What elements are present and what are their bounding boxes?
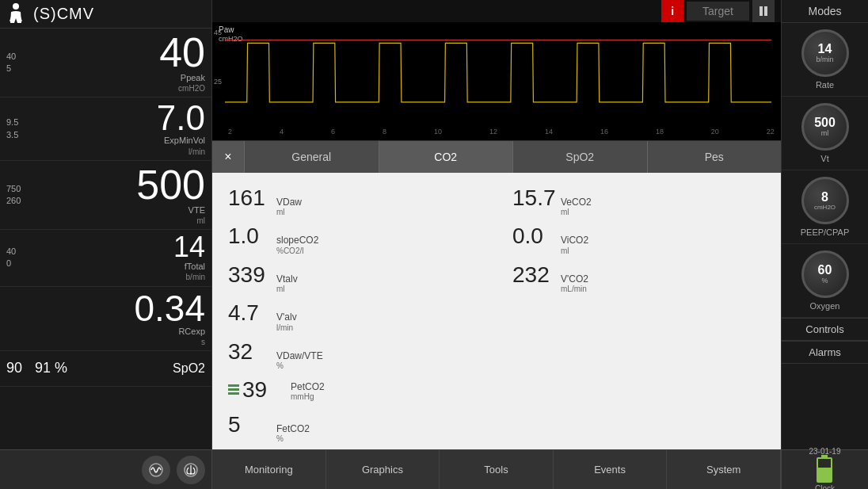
battery-fill [818, 468, 831, 481]
fetco2-label: FetCO2 % [276, 423, 310, 444]
modal-close-button[interactable]: × [212, 141, 244, 173]
vco2-value: 232 [512, 262, 556, 288]
warning-line-3 [228, 392, 239, 395]
controls-header: Controls [782, 318, 868, 341]
vdawvte-label: VDaw/VTE % [276, 350, 323, 371]
peep-value: 8 [821, 191, 828, 204]
ppeak-value-container: 40 Ppeak cmH2O [34, 32, 205, 94]
petco2-value: 39 [242, 377, 286, 403]
petco2-item: 39 PetCO2 mmHg [228, 377, 481, 406]
peep-unit: cmH2O [814, 204, 836, 211]
ftotal-limits: 40 0 [6, 233, 34, 282]
vdawvte-value: 32 [228, 339, 272, 365]
chart-y-mid: 25 [214, 78, 222, 86]
peep-label: PEEP/CPAP [801, 227, 850, 237]
vte-limits: 750 260 [6, 164, 34, 226]
waveform-icon-button[interactable] [142, 456, 170, 484]
rcexp-value: 0.34 [134, 290, 205, 327]
bottom-left-icons [0, 450, 212, 489]
vte-value-container: 500 VTE ml [34, 164, 205, 226]
vte-label: VTE ml [188, 205, 205, 226]
spo2-label: SpO2 [173, 361, 205, 376]
vco2-label: V'CO2 mL/min [561, 273, 588, 294]
tab-monitoring[interactable]: Monitoring [212, 450, 326, 489]
chart-header: i Target [212, 0, 781, 22]
chart-x-axis: 2 4 6 8 10 12 14 16 18 20 22 [228, 128, 775, 136]
vte-row: 750 260 500 VTE ml [0, 161, 211, 230]
modal-content: 161 VDaw ml 15.7 VeCO2 ml [212, 173, 781, 449]
slopeco2-value: 1.0 [228, 223, 272, 249]
oxygen-label: Oxygen [810, 301, 840, 311]
oxygen-knob[interactable]: 60 % [801, 250, 849, 298]
svg-point-0 [13, 3, 19, 10]
valv-label: V'alv l/min [276, 311, 297, 332]
bottom-right-info: 23-01-19 Clock [781, 450, 868, 489]
rcexp-label: RCexp s [178, 327, 205, 347]
tab-system[interactable]: System [667, 450, 781, 489]
chart-y-max: 45 [214, 29, 222, 36]
rcexp-value-container: 0.34 RCexp s [34, 290, 205, 347]
empty-cell [512, 300, 765, 332]
vico2-label: ViCO2 ml [561, 235, 588, 255]
bottom-bar: Monitoring Graphics Tools Events System … [0, 449, 868, 489]
lung-icon-button[interactable] [177, 456, 205, 484]
oxygen-value: 60 [818, 264, 832, 277]
modal-tab-pes[interactable]: Pes [647, 141, 782, 173]
vte-value: 500 [136, 164, 205, 205]
spo2-row: 90 91 % SpO2 [0, 351, 211, 387]
info-button[interactable]: i [661, 0, 683, 22]
veco2-item: 15.7 VeCO2 ml [512, 185, 765, 217]
chart-waveform [225, 22, 771, 113]
modal-dialog: × General CO2 SpO2 Pes 161 VDaw ml [212, 141, 781, 449]
vt-knob[interactable]: 500 ml [801, 103, 849, 151]
modal-tab-general[interactable]: General [244, 141, 379, 173]
vtalv-label: Vtalv ml [276, 273, 298, 294]
warning-lines [228, 384, 239, 395]
vdaw-item: 161 VDaw ml [228, 185, 481, 217]
alarms-header: Alarms [782, 341, 868, 364]
fetco2-value: 5 [228, 412, 272, 437]
tab-events[interactable]: Events [554, 450, 668, 489]
battery-top [821, 455, 828, 457]
empty-cell-3 [512, 377, 765, 406]
veco2-label: VeCO2 ml [561, 197, 592, 217]
vico2-item: 0.0 ViCO2 ml [512, 223, 765, 255]
vt-knob-container[interactable]: 500 ml Vt [782, 97, 868, 170]
spo2-val1: 90 [6, 360, 22, 376]
ppeak-limits: 40 5 [6, 32, 34, 94]
modal-tab-spo2[interactable]: SpO2 [512, 141, 647, 173]
oxygen-knob-container[interactable]: 60 % Oxygen [782, 244, 868, 318]
tab-tools[interactable]: Tools [440, 450, 554, 489]
target-button[interactable]: Target [687, 2, 749, 21]
slopeco2-label: slopeCO2 %CO2/l [276, 235, 318, 255]
rate-value: 14 [818, 43, 832, 55]
vt-label: Vt [820, 154, 828, 163]
modal-tabs: × General CO2 SpO2 Pes [212, 141, 781, 173]
modes-header: Modes [782, 0, 868, 23]
peep-knob[interactable]: 8 cmH2O [801, 177, 849, 224]
chart-area: Paw cmH2O 45 25 2 4 6 8 10 12 14 16 [212, 22, 781, 141]
peep-knob-container[interactable]: 8 cmH2O PEEP/CPAP [782, 170, 868, 244]
rate-knob-container[interactable]: 14 b/min Rate [782, 23, 868, 97]
right-panel: Modes 14 b/min Rate 500 ml Vt [781, 0, 868, 449]
spo2-val2: 91 % [35, 360, 67, 376]
vdawvte-item: 32 VDaw/VTE % [228, 339, 481, 371]
pause-button[interactable] [752, 0, 775, 22]
co2-data-grid: 161 VDaw ml 15.7 VeCO2 ml [228, 185, 765, 444]
modal-tab-co2[interactable]: CO2 [379, 141, 513, 173]
pause-icon [758, 6, 769, 17]
expminvol-limits: 9.5 3.5 [6, 101, 34, 156]
ftotal-value: 14 [173, 233, 205, 262]
ppeak-value: 40 [159, 32, 205, 73]
oxygen-unit: % [821, 277, 828, 285]
expminvol-value: 7.0 [157, 101, 205, 136]
ftotal-row: 40 0 14 fTotal b/min [0, 230, 211, 286]
rcexp-row: 0.34 RCexp s [0, 287, 211, 351]
tab-graphics[interactable]: Graphics [326, 450, 440, 489]
expminvol-label: ExpMinVol l/min [164, 136, 205, 156]
modal-overlay: × General CO2 SpO2 Pes 161 VDaw ml [212, 141, 781, 449]
veco2-value: 15.7 [512, 185, 556, 211]
rate-knob[interactable]: 14 b/min [801, 29, 849, 77]
rcexp-limits [6, 290, 34, 347]
expminvol-value-container: 7.0 ExpMinVol l/min [34, 101, 205, 156]
